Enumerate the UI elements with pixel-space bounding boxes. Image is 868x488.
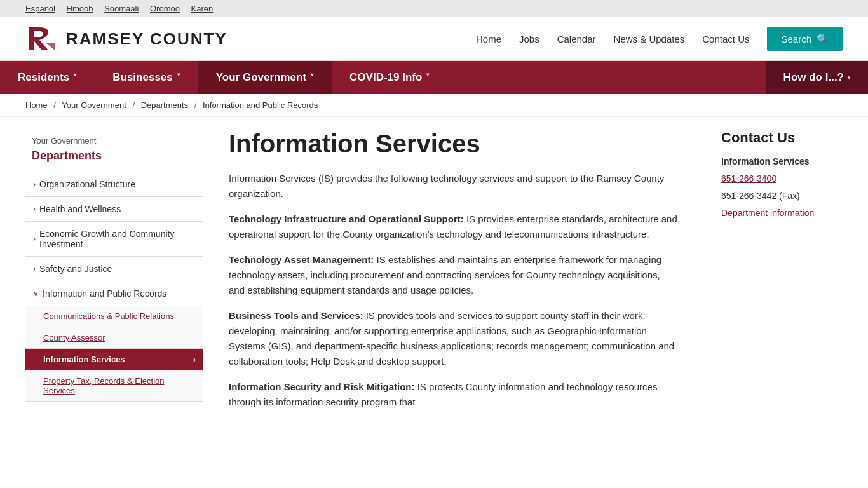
intro-paragraph: Information Services (IS) provides the f… xyxy=(229,171,677,201)
lang-soomaali[interactable]: Soomaali xyxy=(104,4,139,13)
sidebar-section-label: Your Government xyxy=(25,130,203,147)
sidebar-item-safety-justice: › Safety and Justice xyxy=(25,257,203,281)
breadcrumb: Home / Your Government / Departments / I… xyxy=(0,94,868,117)
contact-heading: Contact Us xyxy=(721,130,843,146)
nav-your-government[interactable]: Your Government ˅ xyxy=(198,61,332,94)
section-tech-infrastructure: Technology Infrastructure and Operationa… xyxy=(229,212,677,242)
page-title: Information Services xyxy=(229,130,677,158)
search-icon: 🔍 xyxy=(817,33,829,44)
main-content: Information Services Information Service… xyxy=(229,130,690,420)
economic-growth-chevron-icon: › xyxy=(33,234,36,243)
sidebar-menu: › Organizational Structure › Health and … xyxy=(25,172,203,402)
sidebar-item-economic-growth: › Economic Growth and Community Investme… xyxy=(25,222,203,257)
sidebar-submenu-info: Communications & Public Relations County… xyxy=(25,306,203,402)
sidebar-item-org-structure: › Organizational Structure xyxy=(25,172,203,197)
nav-businesses[interactable]: Businesses ˅ xyxy=(95,61,198,94)
contact-phone-line: 651-266-3400 xyxy=(721,172,843,186)
sidebar-item-health-wellness: › Health and Wellness xyxy=(25,197,203,222)
contact-phone[interactable]: 651-266-3400 xyxy=(721,173,776,184)
breadcrumb-info-public-records[interactable]: Information and Public Records xyxy=(203,100,318,110)
header: RAMSEY COUNTY Home Jobs Calendar News & … xyxy=(0,17,868,61)
sidebar-label-org-structure: Organizational Structure xyxy=(39,179,135,189)
nav-residents[interactable]: Residents ˅ xyxy=(0,61,95,94)
contact-org-name: Information Services xyxy=(721,155,843,168)
main-navigation: Residents ˅ Businesses ˅ Your Government… xyxy=(0,61,868,94)
logo-text: RAMSEY COUNTY xyxy=(66,29,227,49)
section-heading-tech-asset: Technology Asset Management: xyxy=(229,254,374,265)
nav-how-do-i[interactable]: How do I...? › xyxy=(766,61,868,94)
sidebar-section-title: Departments xyxy=(25,147,203,172)
section-business-tools: Business Tools and Services: IS provides… xyxy=(229,308,677,369)
sidebar-item-info-public-records: ∨ Information and Public Records Communi… xyxy=(25,281,203,402)
sidebar-label-info-public-records: Information and Public Records xyxy=(43,288,166,299)
nav-contact-us[interactable]: Contact Us xyxy=(702,34,749,44)
breadcrumb-your-government[interactable]: Your Government xyxy=(62,100,126,110)
ramsey-county-logo-icon xyxy=(25,25,58,53)
sidebar-label-safety-justice: Safety and Justice xyxy=(39,264,112,274)
search-label: Search xyxy=(781,34,811,44)
language-bar: Español Hmoob Soomaali Oromoo Karen xyxy=(0,0,868,17)
sidebar-label-economic-growth: Economic Growth and Community Investment xyxy=(39,229,196,249)
section-tech-asset: Technology Asset Management: IS establis… xyxy=(229,252,677,298)
info-public-records-chevron-icon: ∨ xyxy=(33,289,39,298)
section-heading-info-security: Information Security and Risk Mitigation… xyxy=(229,381,415,392)
logo-area: RAMSEY COUNTY xyxy=(25,25,227,53)
residents-chevron-icon: ˅ xyxy=(73,73,77,82)
contact-dept-info-line: Department information xyxy=(721,207,843,220)
contact-dept-info-link[interactable]: Department information xyxy=(721,208,814,218)
health-wellness-chevron-icon: › xyxy=(33,205,36,214)
nav-covid19[interactable]: COVID-19 Info ˅ xyxy=(332,61,447,94)
sidebar-label-health-wellness: Health and Wellness xyxy=(39,204,121,214)
section-heading-tech-infrastructure: Technology Infrastructure and Operationa… xyxy=(229,214,464,224)
sidebar-subitem-comms-pr: Communications & Public Relations xyxy=(25,306,203,327)
sidebar-subitem-info-services: Information Services › xyxy=(25,349,203,370)
your-government-chevron-icon: ˅ xyxy=(310,73,314,82)
lang-karen[interactable]: Karen xyxy=(191,4,214,13)
org-structure-chevron-icon: › xyxy=(33,180,36,189)
nav-home[interactable]: Home xyxy=(476,34,501,44)
contact-fax: 651-266-3442 (Fax) xyxy=(721,189,843,203)
lang-espanol[interactable]: Español xyxy=(25,4,55,13)
covid-chevron-icon: ˅ xyxy=(426,73,430,82)
breadcrumb-home[interactable]: Home xyxy=(25,100,48,110)
right-sidebar: Contact Us Information Services 651-266-… xyxy=(703,130,843,420)
sidebar-subitem-county-assessor: County Assessor xyxy=(25,327,203,349)
header-nav: Home Jobs Calendar News & Updates Contac… xyxy=(476,27,843,51)
nav-news-updates[interactable]: News & Updates xyxy=(614,34,685,44)
search-button[interactable]: Search 🔍 xyxy=(767,27,843,51)
section-info-security: Information Security and Risk Mitigation… xyxy=(229,379,677,410)
nav-jobs[interactable]: Jobs xyxy=(519,34,539,44)
content-wrapper: Your Government Departments › Organizati… xyxy=(0,117,868,433)
contact-box: Contact Us Information Services 651-266-… xyxy=(721,130,843,220)
nav-calendar[interactable]: Calendar xyxy=(557,34,596,44)
lang-hmoob[interactable]: Hmoob xyxy=(67,4,93,13)
lang-oromoo[interactable]: Oromoo xyxy=(150,4,180,13)
safety-justice-chevron-icon: › xyxy=(33,264,36,273)
how-do-chevron-icon: › xyxy=(848,73,850,82)
businesses-chevron-icon: ˅ xyxy=(177,73,180,82)
active-sub-arrow-icon: › xyxy=(193,355,196,364)
section-heading-business-tools: Business Tools and Services: xyxy=(229,310,363,321)
breadcrumb-departments[interactable]: Departments xyxy=(141,100,188,110)
sidebar-subitem-property-tax: Property Tax, Records & Election Service… xyxy=(25,370,203,402)
sidebar: Your Government Departments › Organizati… xyxy=(25,130,203,420)
